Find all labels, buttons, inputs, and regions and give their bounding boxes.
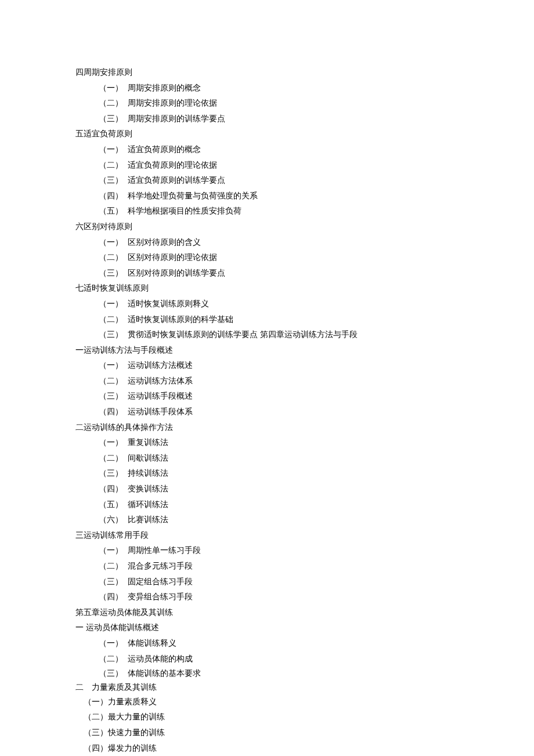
item-number: （三） (99, 389, 128, 404)
item-number: （二） (99, 158, 128, 173)
item-number: （一） (99, 543, 128, 559)
item-number: （一） (99, 296, 128, 312)
item-number: （二） (99, 96, 128, 111)
item-number: （三） (99, 173, 128, 189)
item-number: （二） (99, 374, 128, 389)
item-text: 重复训练法 (128, 438, 168, 447)
chapter5-section2-title: 二 力量素质及其训练 (75, 681, 459, 694)
item-text: 区别对待原则的含义 (128, 238, 201, 247)
item-text: 科学地处理负荷量与负荷强度的关系 (128, 191, 258, 200)
list-item: （一）运动训练方法概述 (75, 358, 459, 374)
list-item: （三）贯彻适时恢复训练原则的训练学要点 第四章运动训练方法与手段 (75, 327, 459, 343)
list-item: （二）周期安排原则的理论依据 (75, 96, 459, 111)
chapter4-section2-title: 二运动训练的具体操作方法 (75, 420, 459, 436)
item-text: 区别对待原则的训练学要点 (128, 269, 225, 277)
list-item: （二）混合多元练习手段 (75, 559, 459, 574)
item-text: 贯彻适时恢复训练原则的训练学要点 第四章运动训练方法与手段 (128, 330, 358, 339)
item-text: 变异组合练习手段 (128, 592, 193, 601)
list-item: （二）适宜负荷原则的理论依据 (75, 158, 459, 173)
item-text: 周期性单一练习手段 (128, 546, 201, 555)
section-5-title: 五适宜负荷原则 (75, 126, 459, 142)
list-item: （四）变异组合练习手段 (75, 589, 459, 605)
item-text: 间歇训练法 (128, 454, 168, 462)
list-item: （二）最大力量的训练 (75, 710, 459, 725)
list-item: （六）比赛训练法 (75, 512, 459, 528)
item-number: （五） (99, 497, 128, 513)
document-page: 四周期安排原则 （一）周期安排原则的概念 （二）周期安排原则的理论依据 （三）周… (0, 0, 534, 756)
chapter5-title: 第五章运动员体能及其训练 (75, 605, 459, 621)
item-text: 运动训练方法体系 (128, 377, 193, 385)
list-item: （三）区别对待原则的训练学要点 (75, 266, 459, 281)
list-item: （五）科学地根据项目的性质安排负荷 (75, 204, 459, 219)
item-text: 混合多元练习手段 (128, 562, 193, 570)
list-item: （一）重复训练法 (75, 435, 459, 451)
item-text: 体能训练释义 (128, 639, 176, 648)
item-number: （三） (99, 327, 128, 343)
item-text: 循环训练法 (128, 500, 168, 509)
item-text: 持续训练法 (128, 469, 168, 478)
item-number: （三） (99, 667, 128, 681)
item-text: 运动训练方法概述 (128, 361, 193, 370)
list-item: （三）运动训练手段概述 (75, 389, 459, 404)
item-text: 运动训练手段体系 (128, 407, 193, 416)
item-number: （一） (99, 358, 128, 374)
list-item: （四）运动训练手段体系 (75, 404, 459, 420)
list-item: （二）运动员体能的构成 (75, 652, 459, 667)
list-item: （四）爆发力的训练 (75, 741, 459, 756)
item-text: 适宜负荷原则的训练学要点 (128, 176, 225, 185)
item-text: 周期安排原则的理论依据 (128, 99, 217, 107)
item-text: 适宜负荷原则的理论依据 (128, 161, 217, 169)
item-text: 周期安排原则的训练学要点 (128, 114, 225, 123)
item-text: 区别对待原则的理论依据 (128, 253, 217, 262)
chapter5-section1-title: 一 运动员体能训练概述 (75, 620, 459, 636)
list-item: （二）间歇训练法 (75, 451, 459, 466)
item-number: （一） (99, 142, 128, 158)
list-item: （三）持续训练法 (75, 466, 459, 482)
item-number: （六） (99, 512, 128, 528)
item-number: （二） (99, 250, 128, 266)
list-item: （一）适时恢复训练原则释义 (75, 296, 459, 312)
list-item: （四）变换训练法 (75, 482, 459, 497)
item-number: （三） (99, 111, 128, 127)
item-number: （一） (99, 81, 128, 96)
section-4-title: 四周期安排原则 (75, 65, 459, 81)
item-text: 运动训练手段概述 (128, 392, 193, 400)
list-item: （一）周期性单一练习手段 (75, 543, 459, 559)
item-text: 适宜负荷原则的概念 (128, 145, 201, 154)
item-number: （四） (99, 482, 128, 497)
list-item: （五）循环训练法 (75, 497, 459, 513)
item-text: 适时恢复训练原则释义 (128, 299, 209, 308)
list-item: （一）力量素质释义 (75, 694, 459, 710)
list-item: （四）科学地处理负荷量与负荷强度的关系 (75, 189, 459, 204)
item-number: （二） (99, 451, 128, 466)
item-text: 周期安排原则的概念 (128, 84, 201, 92)
item-number: （一） (99, 636, 128, 652)
list-item: （一）适宜负荷原则的概念 (75, 142, 459, 158)
list-item: （三）周期安排原则的训练学要点 (75, 111, 459, 127)
chapter4-section1-title: 一运动训练方法与手段概述 (75, 343, 459, 359)
item-number: （四） (99, 189, 128, 204)
list-item: （三）体能训练的基本要求 (75, 667, 459, 681)
item-number: （一） (99, 435, 128, 451)
chapter4-section3-title: 三运动训练常用手段 (75, 528, 459, 544)
list-item: （三）快速力量的训练 (75, 725, 459, 741)
item-number: （三） (99, 266, 128, 281)
item-number: （四） (99, 589, 128, 605)
list-item: （三）固定组合练习手段 (75, 574, 459, 590)
item-number: （二） (99, 559, 128, 574)
item-text: 比赛训练法 (128, 515, 168, 524)
item-number: （二） (99, 312, 128, 328)
list-item: （一）周期安排原则的概念 (75, 81, 459, 96)
list-item: （二）运动训练方法体系 (75, 374, 459, 389)
item-number: （四） (99, 404, 128, 420)
item-text: 适时恢复训练原则的科学基础 (128, 315, 233, 324)
item-number: （三） (99, 574, 128, 590)
item-text: 变换训练法 (128, 484, 168, 493)
list-item: （一）区别对待原则的含义 (75, 235, 459, 251)
item-text: 运动员体能的构成 (128, 654, 193, 663)
section-6-title: 六区别对待原则 (75, 219, 459, 235)
item-number: （三） (99, 466, 128, 482)
section-7-title: 七适时恢复训练原则 (75, 281, 459, 296)
list-item: （一）体能训练释义 (75, 636, 459, 652)
item-text: 科学地根据项目的性质安排负荷 (128, 207, 241, 215)
